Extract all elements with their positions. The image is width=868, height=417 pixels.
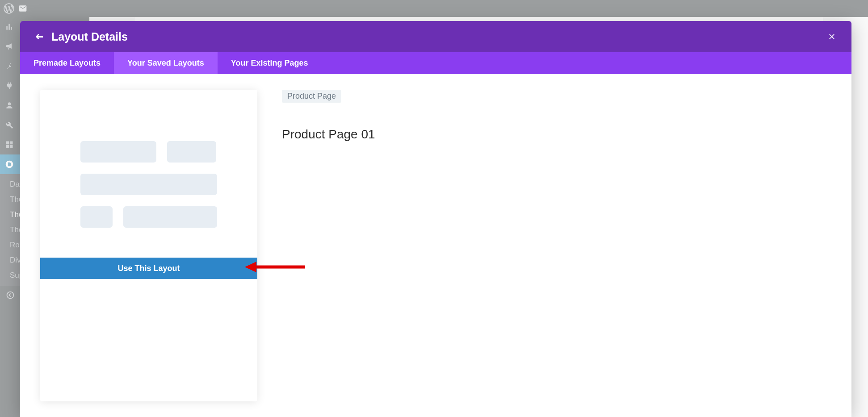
layout-title: Product Page 01	[282, 127, 831, 142]
skeleton-preview	[80, 141, 217, 228]
close-button[interactable]	[826, 30, 838, 43]
layout-category-tag[interactable]: Product Page	[282, 90, 341, 103]
collapse-icon	[5, 290, 15, 300]
use-this-layout-button[interactable]: Use This Layout	[40, 258, 257, 279]
tab-premade-layouts[interactable]: Premade Layouts	[20, 52, 114, 74]
modal-tabs: Premade Layouts Your Saved Layouts Your …	[20, 52, 851, 74]
layout-details-column: Product Page Product Page 01	[282, 90, 831, 401]
modal-body: Use This Layout Product Page Product Pag…	[20, 74, 851, 417]
user-icon	[4, 100, 14, 110]
divi-icon	[4, 159, 14, 169]
layout-preview-card: Use This Layout	[40, 90, 257, 401]
stats-icon	[4, 22, 14, 32]
megaphone-icon	[4, 42, 14, 51]
wrench-icon	[4, 120, 14, 130]
grid-icon	[4, 140, 14, 150]
tab-your-existing-pages[interactable]: Your Existing Pages	[218, 52, 322, 74]
pin-icon	[4, 61, 14, 71]
svg-point-1	[7, 292, 14, 299]
close-icon	[827, 32, 836, 41]
wp-admin-bar	[0, 0, 868, 17]
mail-icon[interactable]	[18, 4, 28, 13]
plug-icon	[4, 81, 14, 91]
modal-title: Layout Details	[51, 30, 128, 43]
layout-details-modal: Layout Details Premade Layouts Your Save…	[20, 21, 851, 417]
modal-header: Layout Details	[20, 21, 851, 52]
back-button[interactable]	[34, 31, 45, 42]
wordpress-logo-icon[interactable]	[4, 3, 14, 14]
back-arrow-icon	[34, 31, 45, 42]
tab-your-saved-layouts[interactable]: Your Saved Layouts	[114, 52, 218, 74]
layout-preview-thumbnail	[40, 90, 257, 258]
